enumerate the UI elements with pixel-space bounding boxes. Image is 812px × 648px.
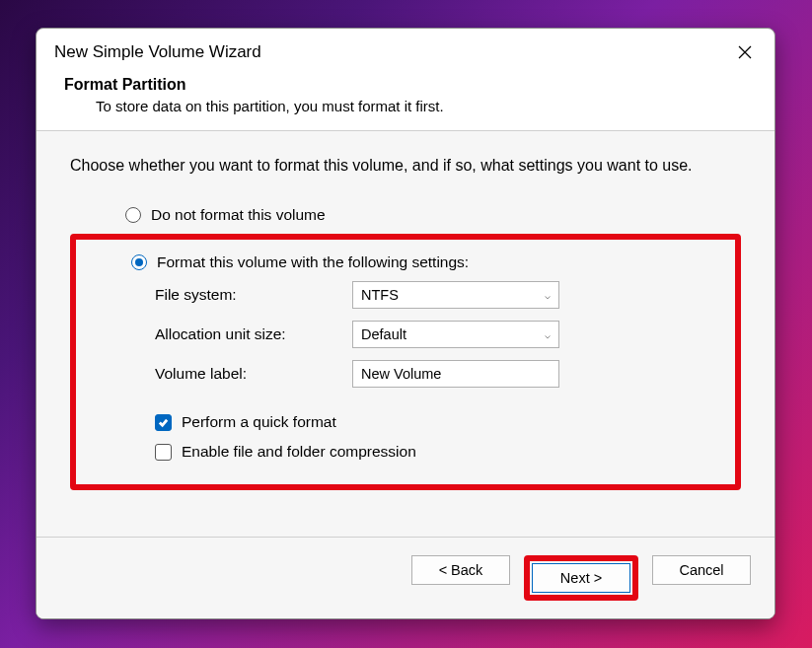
wizard-header: Format Partition To store data on this p… — [37, 70, 775, 130]
header-title: Format Partition — [64, 76, 747, 94]
volume-label-label: Volume label: — [155, 365, 352, 383]
volume-label-row: Volume label: New Volume — [155, 354, 725, 394]
radio-format-label: Format this volume with the following se… — [157, 253, 469, 271]
radio-format[interactable]: Format this volume with the following se… — [86, 250, 725, 275]
chevron-down-icon: ⌵ — [545, 329, 551, 340]
back-button[interactable]: < Back — [411, 555, 510, 585]
checkbox-icon — [155, 444, 172, 461]
wizard-footer: < Back Next > Cancel — [37, 537, 775, 618]
checkbox-icon — [155, 414, 172, 431]
file-system-select[interactable]: NTFS ⌵ — [352, 281, 559, 309]
file-system-row: File system: NTFS ⌵ — [155, 275, 725, 315]
allocation-select[interactable]: Default ⌵ — [352, 321, 559, 348]
chevron-down-icon: ⌵ — [545, 290, 551, 301]
dialog-title: New Simple Volume Wizard — [54, 42, 261, 62]
radio-no-format-label: Do not format this volume — [151, 206, 326, 224]
instruction-text: Choose whether you want to format this v… — [70, 157, 741, 175]
volume-label-value: New Volume — [361, 366, 441, 382]
next-highlight-annotation: Next > — [524, 555, 638, 601]
wizard-body: Choose whether you want to format this v… — [37, 131, 775, 537]
quick-format-checkbox-row[interactable]: Perform a quick format — [86, 407, 725, 437]
compression-checkbox-row[interactable]: Enable file and folder compression — [86, 437, 725, 467]
compression-label: Enable file and folder compression — [182, 443, 416, 461]
close-button[interactable] — [733, 40, 757, 64]
quick-format-label: Perform a quick format — [182, 413, 336, 431]
titlebar: New Simple Volume Wizard — [37, 29, 775, 70]
radio-no-format[interactable]: Do not format this volume — [70, 202, 741, 228]
wizard-dialog: New Simple Volume Wizard Format Partitio… — [36, 28, 775, 619]
highlight-annotation: Format this volume with the following se… — [70, 234, 741, 490]
file-system-label: File system: — [155, 286, 352, 304]
volume-label-input[interactable]: New Volume — [352, 360, 559, 388]
file-system-value: NTFS — [361, 287, 399, 303]
allocation-label: Allocation unit size: — [155, 325, 352, 343]
format-settings: File system: NTFS ⌵ Allocation unit size… — [86, 275, 725, 394]
radio-icon — [125, 207, 141, 223]
allocation-value: Default — [361, 326, 406, 342]
cancel-button[interactable]: Cancel — [652, 555, 751, 585]
radio-icon — [131, 254, 147, 270]
next-button[interactable]: Next > — [532, 563, 630, 593]
close-icon — [738, 45, 752, 59]
header-subtitle: To store data on this partition, you mus… — [64, 98, 747, 114]
allocation-row: Allocation unit size: Default ⌵ — [155, 315, 725, 354]
